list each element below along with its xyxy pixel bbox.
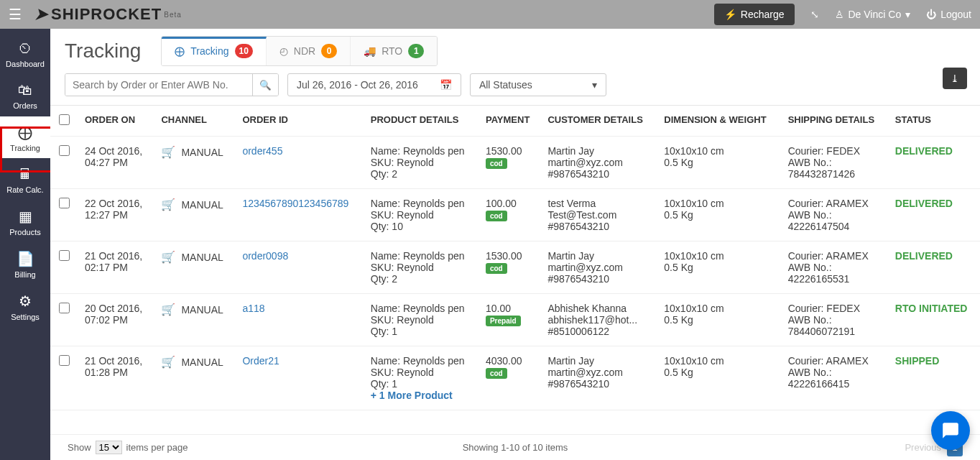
row-checkbox[interactable]: [59, 198, 70, 208]
tab-label: Tracking: [190, 45, 228, 57]
cell-dim: 10x10x10 cm0.5 Kg: [657, 346, 780, 410]
cell-order-id: order455: [235, 137, 363, 189]
cell-shipping: Courier: FEDEXAWB No.:784432871426: [781, 137, 888, 189]
col-shipping: SHIPPING DETAILS: [781, 106, 888, 137]
page-title: Tracking: [65, 40, 141, 63]
payment-badge: cod: [486, 263, 507, 274]
order-id-link[interactable]: a118: [242, 303, 264, 314]
calculator-icon: 🖩: [1, 166, 49, 183]
filters: 🔍 Jul 26, 2016 - Oct 26, 2016 📅 All Stat…: [50, 70, 980, 105]
table-wrap: ORDER ON CHANNEL ORDER ID PRODUCT DETAIL…: [50, 105, 980, 410]
download-button[interactable]: ⤓: [943, 68, 967, 89]
date-range-value: Jul 26, 2016 - Oct 26, 2016: [297, 79, 418, 91]
cell-shipping: Courier: ARAMEXAWB No.:42226147504: [781, 189, 888, 242]
cell-order-on: 24 Oct 2016,04:27 PM: [78, 137, 154, 189]
logo[interactable]: ➤ SHIPROCKET Beta: [34, 5, 182, 24]
cell-customer: Martin Jaymartin@xyz.com#9876543210: [540, 242, 657, 294]
caret-down-icon: ▾: [592, 79, 597, 91]
cell-payment: 4030.00cod: [479, 346, 540, 410]
table-row: 20 Oct 2016,07:02 PM 🛒MANUAL a118 Name: …: [50, 294, 980, 346]
user-icon: ♙: [835, 9, 844, 20]
order-id-link[interactable]: order455: [242, 145, 282, 157]
showing-text: Showing 1-10 of 10 items: [463, 442, 568, 453]
cell-dim: 10x10x10 cm0.5 Kg: [657, 294, 780, 346]
cell-customer: Martin Jaymartin@xyz.com#9876543210: [540, 137, 657, 189]
order-id-link[interactable]: 1234567890123456789: [242, 198, 348, 209]
cell-product: Name: Reynolds penSKU: ReynoldQty: 1+ 1 …: [364, 346, 479, 410]
recharge-button[interactable]: ⚡ Recharge: [714, 4, 795, 25]
cell-product: Name: Reynolds penSKU: ReynoldQty: 10: [364, 189, 479, 242]
cell-dim: 10x10x10 cm0.5 Kg: [657, 242, 780, 294]
row-checkbox[interactable]: [59, 250, 70, 261]
search-group: 🔍: [65, 73, 279, 96]
cell-payment: 1530.00cod: [479, 137, 540, 189]
target-icon: ⨁: [175, 45, 185, 57]
nav-settings[interactable]: ⚙Settings: [0, 285, 50, 328]
cell-shipping: Courier: ARAMEXAWB No.:42226165531: [781, 242, 888, 294]
cell-channel: 🛒MANUAL: [154, 294, 235, 346]
search-input[interactable]: [65, 74, 252, 96]
nav-label: Orders: [13, 101, 37, 110]
logout-button[interactable]: ⏻ Logout: [926, 9, 971, 20]
cell-order-id: order0098: [235, 242, 363, 294]
more-products-link[interactable]: + 1 More Product: [371, 390, 471, 401]
cart-icon: 🛒: [161, 303, 175, 316]
tracking-table: ORDER ON CHANNEL ORDER ID PRODUCT DETAIL…: [50, 106, 980, 410]
nav-tracking[interactable]: ⨁Tracking: [0, 116, 50, 159]
tab-label: NDR: [294, 45, 315, 57]
cell-status: SHIPPED: [888, 346, 980, 410]
per-page-suffix: items per page: [126, 442, 188, 453]
table-row: 22 Oct 2016,12:27 PM 🛒MANUAL 12345678901…: [50, 189, 980, 242]
cell-order-id: 1234567890123456789: [235, 189, 363, 242]
cell-order-id: Order21: [235, 346, 363, 410]
tab-tracking[interactable]: ⨁ Tracking 10: [162, 37, 267, 65]
row-checkbox[interactable]: [59, 303, 70, 313]
power-icon: ⏻: [926, 9, 936, 20]
cell-channel: 🛒MANUAL: [154, 137, 235, 189]
payment-badge: cod: [486, 158, 507, 169]
cell-product: Name: Reynolds penSKU: ReynoldQty: 1: [364, 294, 479, 346]
cell-status: RTO INITIATED: [888, 294, 980, 346]
nav-label: Products: [9, 228, 40, 236]
order-id-link[interactable]: Order21: [242, 355, 279, 367]
status-filter[interactable]: All Statuses ▾: [470, 73, 606, 96]
col-customer: CUSTOMER DETAILS: [540, 106, 657, 137]
truck-icon: 🚚: [364, 45, 376, 57]
cell-dim: 10x10x10 cm0.5 Kg: [657, 189, 780, 242]
cell-order-on: 22 Oct 2016,12:27 PM: [78, 189, 154, 242]
chat-widget[interactable]: [931, 411, 970, 450]
per-page-select[interactable]: 15: [96, 441, 122, 454]
tab-rto[interactable]: 🚚 RTO 1: [351, 37, 437, 65]
order-id-link[interactable]: order0098: [242, 250, 288, 262]
nav-orders[interactable]: 🛍Orders: [0, 75, 50, 116]
cell-shipping: Courier: ARAMEXAWB No.:42226166415: [781, 346, 888, 410]
nav-products[interactable]: ▦Products: [0, 201, 50, 243]
row-checkbox[interactable]: [59, 355, 70, 366]
tab-label: RTO: [382, 45, 402, 57]
recharge-label: Recharge: [741, 9, 785, 20]
payment-badge: Prepaid: [486, 316, 521, 326]
tab-ndr[interactable]: ◴ NDR 0: [267, 37, 351, 65]
cell-order-on: 21 Oct 2016,01:28 PM: [78, 346, 154, 410]
payment-badge: cod: [486, 211, 507, 221]
nav-billing[interactable]: 📄Billing: [0, 243, 50, 285]
nav-label: Dashboard: [6, 60, 45, 68]
document-icon: 📄: [1, 250, 49, 267]
nav-rate-calc[interactable]: 🖩Rate Calc.: [0, 159, 50, 201]
user-menu[interactable]: ♙ De Vinci Co ▾: [835, 9, 911, 20]
date-range-picker[interactable]: Jul 26, 2016 - Oct 26, 2016 📅: [287, 73, 461, 96]
fullscreen-button[interactable]: ⤡: [810, 9, 819, 20]
row-checkbox[interactable]: [59, 145, 70, 156]
select-all-checkbox[interactable]: [59, 114, 70, 125]
status-filter-value: All Statuses: [479, 79, 532, 91]
search-button[interactable]: 🔍: [252, 74, 278, 96]
cell-status: DELIVERED: [888, 137, 980, 189]
cart-icon: 🛒: [161, 145, 175, 159]
nav-label: Rate Calc.: [6, 185, 43, 194]
cell-status: DELIVERED: [888, 189, 980, 242]
nav-dashboard[interactable]: ⏲Dashboard: [0, 33, 50, 75]
chat-icon: [941, 421, 960, 440]
menu-toggle-icon[interactable]: ☰: [9, 6, 22, 23]
cell-order-id: a118: [235, 294, 363, 346]
cell-payment: 1530.00cod: [479, 242, 540, 294]
